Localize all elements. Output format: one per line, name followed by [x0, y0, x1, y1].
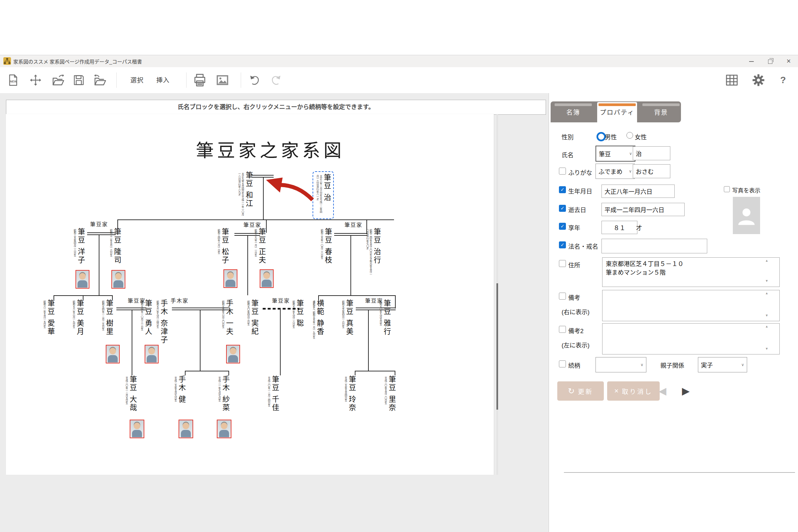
connector-line: [355, 371, 395, 372]
address-textarea[interactable]: 東京都港区芝４丁目５－１０ 筆まめマンション５階: [602, 258, 780, 287]
homyo-checkbox[interactable]: ✓: [559, 241, 566, 248]
person-node[interactable]: 昭和五二年九月二八日生 筆豆 聡: [291, 299, 304, 340]
scroll-down-icon: ▼: [765, 279, 768, 283]
female-radio[interactable]: [626, 132, 633, 139]
portrait-photo[interactable]: [260, 269, 274, 288]
person-node[interactable]: 平成二一年七月七日生 手木 紗菜: [217, 375, 229, 424]
person-node[interactable]: 昭和五五年四月一六日生 筆豆 真美: [341, 299, 353, 346]
furigana-checkbox[interactable]: [559, 168, 566, 174]
person-node[interactable]: 平成二五年五月九日生 手木 健: [174, 375, 186, 420]
address-checkbox[interactable]: [559, 260, 566, 267]
canvas-scrollbar-thumb[interactable]: [496, 283, 498, 410]
minimize-button[interactable]: [742, 55, 761, 67]
surname-select[interactable]: 筆豆∨: [595, 146, 635, 162]
person-node[interactable]: 横範家へ 昭和五五年一月一九日生 横範 静香: [312, 299, 324, 347]
toolbar: NEW 選択: [0, 67, 798, 93]
insert-button[interactable]: 挿入: [156, 75, 170, 84]
person-node[interactable]: 昭和五八年六月一九日生 筆豆 美月: [72, 299, 84, 346]
address-scroll-arrows[interactable]: ▲▼: [764, 259, 769, 283]
printer-icon: [193, 73, 207, 87]
person-node[interactable]: 昭和三五年一〇月二八日生 筆豆 春枝: [320, 228, 332, 278]
tab-label: プロパティ: [600, 109, 634, 116]
redo-button[interactable]: [268, 72, 285, 89]
portrait-photo[interactable]: [224, 269, 238, 288]
redo-icon: [270, 74, 283, 87]
tab-properties[interactable]: プロパティ: [597, 102, 637, 123]
undo-button[interactable]: [246, 72, 263, 89]
note2-scroll-arrows[interactable]: ▲▼: [764, 324, 769, 350]
zokugara-label: 続柄: [568, 361, 580, 369]
portrait-photo[interactable]: [106, 345, 120, 363]
settings-button[interactable]: [750, 72, 767, 89]
save-as-button[interactable]: [92, 72, 108, 89]
next-person-button[interactable]: ▶: [682, 385, 690, 397]
note2-checkbox[interactable]: [559, 326, 566, 333]
print-button[interactable]: [191, 72, 208, 89]
tab-background[interactable]: 背景: [641, 102, 681, 122]
person-node[interactable]: 平成二〇年五月二〇日生 筆豆 里奈: [384, 375, 396, 422]
person-node[interactable]: 昭和五四年一二月二五日生 筆豆 樹里: [101, 299, 113, 349]
help-button[interactable]: ?: [775, 72, 791, 89]
connector-line: [99, 234, 99, 295]
cancel-button[interactable]: × 取り消し: [607, 381, 660, 401]
window-title: 家系図のススメ 家系図ページ作成用データ_コーパス楷書: [13, 58, 142, 65]
select-mode-button[interactable]: 選択: [130, 75, 144, 84]
close-x-icon: ×: [614, 387, 619, 395]
app-icon: [3, 57, 11, 65]
person-node-selected[interactable]: 大正八年一月六日生 平成一二年四月一六日没 行年八一才 筆豆 治: [312, 171, 334, 219]
photo-placeholder[interactable]: [733, 197, 760, 234]
age-input[interactable]: ８１: [602, 221, 638, 234]
given-kana-input[interactable]: おさむ: [633, 164, 670, 178]
death-checkbox[interactable]: ✓: [559, 205, 566, 212]
zokugara-select[interactable]: ∨: [595, 357, 646, 373]
update-button[interactable]: ↻ 更新: [557, 381, 604, 401]
close-button[interactable]: ×: [779, 55, 798, 67]
portrait-photo[interactable]: [75, 270, 90, 289]
given-name-input[interactable]: 治: [633, 146, 670, 160]
person-node[interactable]: 昭和五〇年四月三日生 筆豆 実紀: [246, 299, 258, 346]
death-input[interactable]: 平成一二年四月一六日: [602, 203, 685, 216]
person-node[interactable]: 昭和五四年一〇月三一日生 筆豆 勇人: [140, 299, 152, 347]
person-node[interactable]: 大正九年五月四日生 平成二一年一〇月一八日没 行年八九才 筆豆 和江: [238, 171, 253, 221]
connector-line: [228, 371, 229, 375]
move-button[interactable]: [27, 72, 44, 89]
birth-input[interactable]: 大正八年一月六日: [602, 185, 674, 198]
note1-checkbox[interactable]: [559, 292, 566, 300]
surname-kana-select[interactable]: ふでまめ∨: [595, 164, 635, 179]
person-node[interactable]: 平成二〇年一二月五日生 筆豆 大哉: [125, 375, 137, 425]
portrait-photo[interactable]: [111, 270, 125, 289]
person-node[interactable]: 平成二〇年一二月二四日生 筆豆 千佳: [267, 375, 279, 424]
insert-image-button[interactable]: [214, 72, 231, 89]
marriage-line: [252, 175, 274, 177]
portrait-photo[interactable]: [217, 420, 231, 438]
portrait-photo[interactable]: [145, 345, 158, 363]
restore-button[interactable]: [761, 55, 779, 67]
minimize-icon: [749, 61, 754, 62]
relation-select[interactable]: 実子∨: [698, 357, 747, 373]
prev-person-button[interactable]: ◀: [659, 385, 666, 397]
person-node[interactable]: 昭和五五年六月三〇日生 手木 一夫: [221, 299, 233, 346]
portrait-photo[interactable]: [226, 345, 240, 363]
homyo-input[interactable]: [602, 239, 707, 253]
zokugara-checkbox[interactable]: [559, 360, 566, 367]
male-radio[interactable]: [596, 132, 606, 141]
note1-scroll-arrows[interactable]: ▲▼: [764, 291, 769, 317]
birth-checkbox[interactable]: ✓: [559, 186, 566, 193]
save-button[interactable]: [71, 72, 87, 89]
open-file-button[interactable]: [50, 72, 66, 89]
age-checkbox[interactable]: ✓: [559, 223, 566, 230]
person-node[interactable]: 昭和五〇年九月五日生 筆豆 雅行: [379, 299, 391, 347]
note1-textarea[interactable]: [602, 290, 780, 321]
person-node[interactable]: 昭和二四年五月三〇日生 令和元年五月二〇日没 行年七〇才 筆豆 治行: [365, 228, 381, 279]
portrait-photo[interactable]: [130, 420, 144, 438]
tab-strip: [555, 103, 592, 106]
grid-view-button[interactable]: [723, 72, 740, 89]
person-node[interactable]: 昭和六二年五月一五日生 筆豆 愛華: [42, 299, 55, 347]
person-node[interactable]: 平成二五年五月四日生 筆豆 玲奈: [344, 375, 356, 422]
new-document-button[interactable]: NEW: [5, 72, 21, 89]
tab-meibo[interactable]: 名簿: [553, 102, 593, 122]
person-icon: [736, 205, 757, 226]
show-photo-checkbox[interactable]: [724, 186, 730, 192]
portrait-photo[interactable]: [178, 420, 193, 438]
note2-textarea[interactable]: [602, 323, 780, 355]
